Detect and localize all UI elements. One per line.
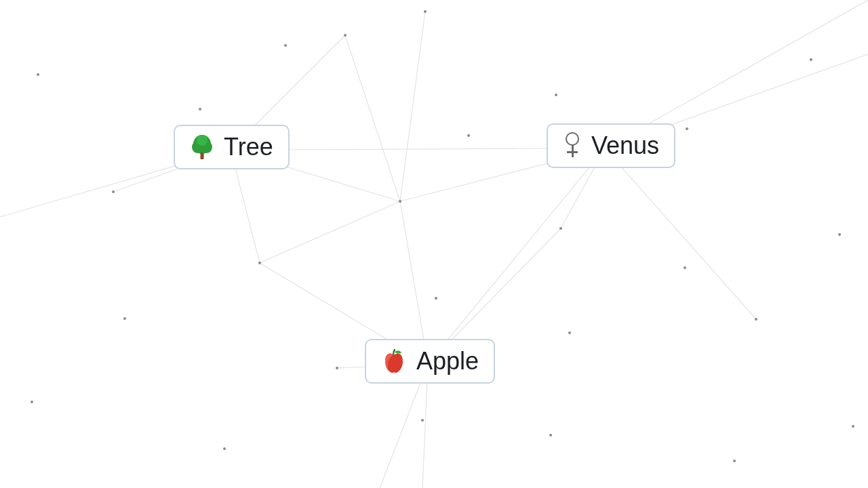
svg-rect-52 — [201, 152, 204, 159]
game-canvas[interactable]: Tree Venus Apple — [0, 0, 868, 488]
svg-point-32 — [684, 266, 686, 269]
svg-line-16 — [605, 148, 756, 319]
element-card-label: Apple — [416, 347, 479, 375]
svg-point-41 — [336, 367, 338, 369]
svg-line-3 — [345, 35, 400, 201]
background-network — [0, 0, 868, 488]
svg-point-38 — [399, 200, 401, 203]
svg-point-27 — [112, 190, 115, 193]
svg-point-36 — [568, 331, 571, 334]
svg-point-44 — [421, 419, 424, 422]
svg-point-26 — [199, 108, 201, 110]
element-card-label: Venus — [591, 131, 659, 160]
element-card-apple[interactable]: Apple — [365, 339, 495, 384]
svg-line-21 — [285, 148, 547, 150]
svg-point-30 — [810, 58, 812, 61]
svg-point-24 — [284, 44, 287, 47]
venus-icon — [563, 132, 582, 159]
svg-point-29 — [555, 94, 557, 96]
svg-point-43 — [223, 447, 226, 450]
svg-point-28 — [467, 134, 470, 137]
svg-point-22 — [37, 73, 39, 76]
svg-line-4 — [400, 12, 425, 201]
svg-point-23 — [424, 10, 427, 13]
svg-point-35 — [559, 227, 562, 230]
apple-icon — [381, 348, 407, 375]
svg-point-33 — [755, 318, 757, 321]
element-card-venus[interactable]: Venus — [547, 123, 675, 168]
svg-point-42 — [31, 401, 33, 403]
tree-icon — [190, 134, 214, 161]
svg-point-37 — [435, 297, 437, 300]
svg-point-39 — [258, 262, 261, 264]
svg-point-25 — [344, 34, 347, 37]
svg-point-40 — [123, 317, 126, 320]
svg-line-7 — [260, 201, 400, 263]
svg-point-31 — [686, 127, 688, 130]
svg-line-11 — [428, 148, 605, 364]
svg-point-45 — [549, 434, 552, 436]
svg-point-46 — [733, 460, 736, 462]
svg-point-51 — [197, 135, 208, 146]
element-card-label: Tree — [224, 133, 273, 161]
svg-point-47 — [852, 425, 854, 428]
svg-point-34 — [838, 233, 841, 236]
element-card-tree[interactable]: Tree — [174, 125, 290, 169]
